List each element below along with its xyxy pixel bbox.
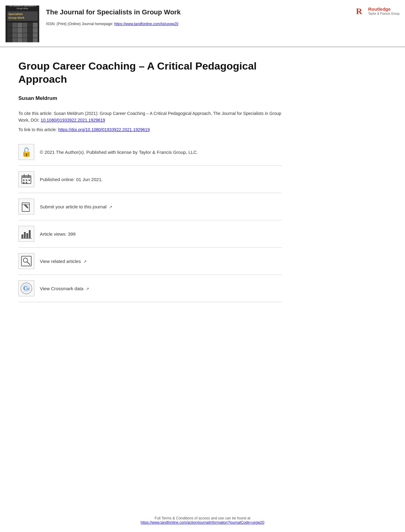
svg-rect-11 (22, 203, 29, 211)
calendar-icon-box (18, 171, 34, 187)
open-access-icon: 🔓 (21, 147, 32, 157)
footer-line1: Full Terms & Conditions of access and us… (0, 516, 405, 520)
svg-text:R: R (356, 6, 362, 16)
svg-rect-17 (26, 233, 28, 238)
svg-rect-6 (23, 180, 25, 181)
issn-text: ISSN: (Print) (Online) Journal homepage: (46, 22, 113, 26)
header: The Journal for Specialists in Group Wor… (0, 0, 405, 47)
article-title: Group Career Coaching – A Critical Pedag… (18, 59, 282, 86)
submit-icon (21, 201, 32, 212)
svg-point-21 (23, 258, 28, 262)
calendar-icon (21, 174, 32, 184)
routledge-r-icon: R (355, 6, 366, 17)
crossmark-text[interactable]: View Crossmark data ↗ (40, 285, 89, 292)
related-articles-link[interactable]: View related articles ↗ (40, 259, 87, 264)
published-online-row: Published online: 01 Jun 2021. (18, 166, 282, 193)
issn-line: ISSN: (Print) (Online) Journal homepage:… (46, 22, 387, 26)
svg-rect-15 (21, 234, 23, 238)
routledge-logo: R Routledge Taylor & Francis Group (355, 6, 399, 17)
journal-title: The Journal for Specialists in Group Wor… (46, 8, 387, 17)
svg-rect-8 (28, 180, 30, 181)
related-articles-text[interactable]: View related articles ↗ (40, 258, 87, 264)
cite-doi-link[interactable]: 10.1080/01933922.2021.1929619 (41, 118, 105, 123)
article-views-text: Article views: 399 (40, 231, 76, 237)
cite-label: To cite this article: (18, 111, 52, 116)
crossmark-row: C M View Crossmark data ↗ (18, 275, 282, 302)
related-icon-box (18, 253, 34, 269)
svg-line-22 (27, 262, 30, 265)
routledge-text: Routledge Taylor & Francis Group (368, 6, 399, 16)
routledge-name: Routledge (368, 6, 399, 12)
citation-block: To cite this article: Susan Meldrum (202… (18, 110, 282, 124)
footer: Full Terms & Conditions of access and us… (0, 507, 405, 532)
svg-rect-9 (23, 182, 25, 183)
author-name: Susan Meldrum (18, 95, 387, 101)
svg-rect-18 (29, 230, 31, 238)
svg-rect-3 (22, 176, 31, 178)
submit-article-row: Submit your article to this journal ↗ (18, 193, 282, 220)
journal-cover: The Journal for Specialists in Group Wor… (6, 6, 39, 42)
svg-rect-7 (26, 180, 27, 181)
published-online-text: Published online: 01 Jun 2021. (40, 176, 103, 183)
related-articles-row: View related articles ↗ (18, 248, 282, 275)
journal-title-area: The Journal for Specialists in Group Wor… (46, 6, 387, 26)
article-doi-link[interactable]: https://doi.org/10.1080/01933922.2021.19… (58, 127, 150, 132)
svg-rect-16 (24, 232, 26, 238)
open-access-icon-box: 🔓 (18, 144, 34, 160)
submit-article-link[interactable]: Submit your article to this journal ↗ (40, 204, 112, 209)
crossmark-icon: C M (20, 282, 32, 294)
external-link-icon-2: ↗ (83, 259, 87, 264)
crossmark-icon-box: C M (18, 280, 34, 296)
crossmark-link[interactable]: View Crossmark data ↗ (40, 286, 89, 291)
link-label: To link to this article: (18, 127, 57, 132)
footer-link[interactable]: https://www.tandfonline.com/action/journ… (141, 520, 264, 525)
issn-url-link[interactable]: https://www.tandfonline.com/loi/usgw20 (114, 22, 178, 26)
svg-rect-10 (26, 182, 27, 183)
related-articles-icon (21, 256, 32, 267)
submit-icon-box (18, 199, 34, 215)
views-bar-chart-icon (21, 229, 32, 239)
link-block: To link to this article: https://doi.org… (18, 126, 282, 133)
svg-text:M: M (27, 287, 29, 291)
views-icon-box (18, 226, 34, 242)
external-link-icon: ↗ (109, 205, 112, 209)
tf-group-label: Taylor & Francis Group (368, 12, 399, 16)
open-access-text: © 2021 The Author(s). Published with lic… (40, 149, 198, 155)
action-rows: 🔓 © 2021 The Author(s). Published with l… (18, 139, 282, 302)
open-access-row: 🔓 © 2021 The Author(s). Published with l… (18, 139, 282, 166)
main-content: Group Career Coaching – A Critical Pedag… (0, 47, 405, 314)
external-link-icon-3: ↗ (86, 287, 89, 291)
article-views-row: Article views: 399 (18, 220, 282, 248)
submit-article-text[interactable]: Submit your article to this journal ↗ (40, 203, 112, 210)
